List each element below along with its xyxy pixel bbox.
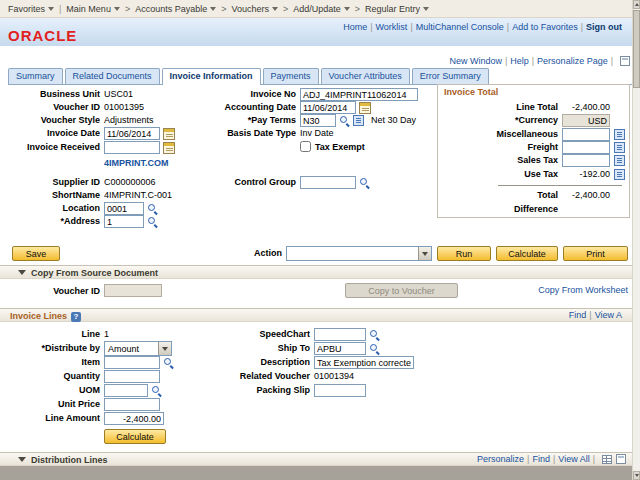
breadcrumb-item-vouchers[interactable]: Vouchers [231, 4, 278, 14]
unit-price-label: Unit Price [4, 398, 100, 411]
distribution-lines-section-header[interactable]: Distribution Lines Personalize Find View… [0, 452, 632, 466]
invoice-lines-view-all-link[interactable]: View A [595, 310, 622, 320]
tax-exempt-checkbox[interactable] [300, 141, 311, 152]
tab-voucher-attributes[interactable]: Voucher Attributes [321, 68, 410, 84]
speedchart-input[interactable] [314, 328, 366, 341]
help-icon[interactable]: ? [71, 312, 81, 322]
business-unit-label: Business Unit [4, 88, 100, 101]
help-link[interactable]: Help [510, 56, 529, 66]
invoice-no-input[interactable] [300, 88, 418, 101]
multichannel-console-link[interactable]: MultiChannel Console [416, 22, 504, 32]
header-links: Home Worklist MultiChannel Console Add t… [343, 22, 622, 32]
line-amount-input[interactable] [104, 412, 164, 425]
invoice-received-input[interactable] [104, 141, 160, 154]
vertical-scrollbar[interactable] [632, 0, 640, 480]
supplier-site-link[interactable]: 4IMPRINT.COM [104, 158, 169, 168]
miscellaneous-detail-icon[interactable] [614, 129, 625, 140]
scroll-up-button[interactable] [633, 0, 640, 9]
favorites-label: Favorites [8, 4, 45, 14]
tab-summary[interactable]: Summary [8, 68, 63, 84]
home-link[interactable]: Home [343, 22, 367, 32]
item-input[interactable] [104, 356, 160, 369]
add-to-favorites-link[interactable]: Add to Favorites [512, 22, 578, 32]
accounting-date-calendar-icon[interactable] [359, 102, 371, 114]
breadcrumb-item-accounts-payable[interactable]: Accounts Payable [135, 4, 216, 14]
dropdown-arrow-icon [272, 7, 278, 11]
sign-out-link[interactable]: Sign out [586, 22, 622, 32]
invoice-date-calendar-icon[interactable] [163, 128, 175, 140]
pay-terms-detail-icon[interactable] [353, 115, 364, 126]
tab-related-documents[interactable]: Related Documents [65, 68, 160, 84]
scrollbar-thumb[interactable] [633, 10, 640, 88]
item-lookup-icon[interactable] [163, 357, 175, 369]
sales-tax-input[interactable] [562, 154, 610, 167]
distribution-find-link[interactable]: Find [532, 454, 550, 464]
invoice-date-input[interactable] [104, 127, 160, 140]
invoice-lines-find-link[interactable]: Find [569, 310, 587, 320]
scroll-down-button[interactable] [633, 471, 640, 480]
sales-tax-detail-icon[interactable] [614, 155, 625, 166]
pay-terms-input[interactable] [300, 114, 336, 127]
uom-input[interactable] [104, 384, 148, 397]
unit-price-input[interactable] [104, 398, 160, 411]
packing-slip-input[interactable] [314, 384, 366, 397]
select-arrow-icon[interactable] [158, 342, 171, 355]
copy-from-worksheet-link[interactable]: Copy From Worksheet [520, 285, 628, 295]
collapse-arrow-icon[interactable] [18, 270, 26, 275]
location-lookup-icon[interactable] [147, 203, 159, 215]
distribute-by-label: *Distribute by [4, 342, 100, 355]
use-tax-detail-icon[interactable] [614, 169, 625, 180]
line-calculate-button[interactable]: Calculate [104, 429, 166, 444]
breadcrumb-item-main-menu[interactable]: Main Menu [66, 4, 120, 14]
new-window-link[interactable]: New Window [449, 56, 502, 66]
address-label: *Address [4, 215, 100, 228]
accounting-date-input[interactable] [300, 101, 356, 114]
address-input[interactable] [104, 215, 144, 228]
ship-to-input[interactable] [314, 342, 366, 355]
uom-lookup-icon[interactable] [151, 385, 163, 397]
grid-action-icon[interactable] [616, 454, 626, 464]
miscellaneous-input[interactable] [562, 128, 610, 141]
invoice-received-calendar-icon[interactable] [163, 142, 175, 154]
personalize-page-link[interactable]: Personalize Page [537, 56, 608, 66]
address-lookup-icon[interactable] [147, 216, 159, 228]
worklist-link[interactable]: Worklist [376, 22, 408, 32]
breadcrumb-item-add-update[interactable]: Add/Update [293, 4, 350, 14]
copy-to-voucher-button[interactable]: Copy to Voucher [345, 283, 458, 298]
collapse-arrow-icon[interactable] [18, 457, 26, 462]
control-group-input[interactable] [300, 176, 356, 189]
tab-invoice-information[interactable]: Invoice Information [162, 68, 261, 85]
location-input[interactable] [104, 202, 144, 215]
save-button[interactable]: Save [12, 246, 60, 261]
freight-input[interactable] [562, 141, 610, 154]
download-to-excel-icon[interactable] [602, 455, 612, 464]
copy-source-section-header[interactable]: Copy From Source Document [0, 265, 632, 279]
favorites-menu[interactable]: Favorites [8, 4, 54, 14]
copy-voucher-id-label: Voucher ID [4, 285, 100, 298]
speedchart-lookup-icon[interactable] [369, 329, 381, 341]
calculate-button[interactable]: Calculate [496, 246, 558, 261]
voucher-id-label: Voucher ID [4, 101, 100, 114]
breadcrumb-item-regular-entry[interactable]: Regular Entry [365, 4, 429, 14]
select-arrow-icon[interactable] [418, 247, 431, 260]
distribution-lines-links: Personalize Find View All [477, 454, 626, 464]
ship-to-lookup-icon[interactable] [369, 343, 381, 355]
distribution-view-all-link[interactable]: View All [558, 454, 589, 464]
run-button[interactable]: Run [437, 246, 491, 261]
freight-detail-icon[interactable] [614, 142, 625, 153]
control-group-lookup-icon[interactable] [359, 177, 371, 189]
tab-payments[interactable]: Payments [263, 68, 319, 84]
separator [581, 22, 583, 32]
pay-terms-lookup-icon[interactable] [339, 115, 351, 127]
page-options-icon[interactable] [620, 56, 630, 66]
pay-terms-description: Net 30 Day [371, 114, 416, 127]
distribute-by-select[interactable]: Amount [104, 341, 172, 356]
print-button[interactable]: Print [563, 246, 628, 261]
item-label: Item [4, 356, 100, 369]
tab-error-summary[interactable]: Error Summary [412, 68, 489, 84]
description-input[interactable] [314, 356, 414, 369]
distribution-personalize-link[interactable]: Personalize [477, 454, 524, 464]
action-select[interactable] [286, 246, 432, 261]
quantity-input[interactable] [104, 370, 160, 383]
speedchart-label: SpeedChart [200, 328, 310, 341]
